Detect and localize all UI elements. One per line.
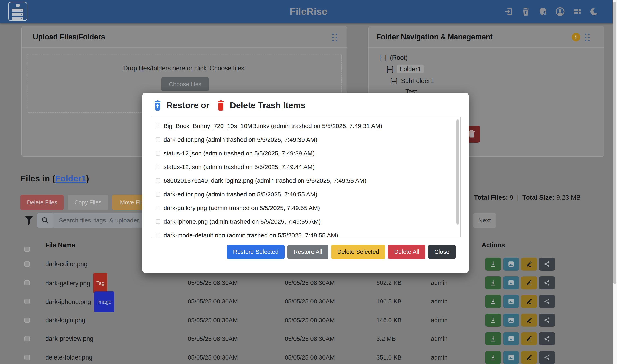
download-icon[interactable] (485, 351, 501, 364)
edit-pen-icon[interactable] (521, 295, 537, 308)
tree-item-subfolder1[interactable]: [–] SubFolder1 (390, 77, 434, 85)
file-name: dark-preview.png (45, 329, 94, 348)
trash-modal: Restore or Delete Trash Items Big_Buck_B… (142, 93, 469, 273)
copy-files-button[interactable]: Copy Files (68, 195, 108, 210)
folder1-link[interactable]: Folder1 (55, 174, 86, 183)
row-checkbox[interactable] (25, 261, 30, 267)
tree-item-folder1[interactable]: [–] Folder1 (387, 65, 424, 74)
admin-shield-icon[interactable] (537, 6, 548, 17)
trash-item: dark-editor.png (admin trashed on 5/5/20… (151, 187, 460, 201)
restore-trash-icon[interactable] (521, 6, 531, 17)
choose-files-button[interactable]: Choose files (161, 77, 209, 91)
upload-date: 05/05/25 08:30AM (285, 292, 335, 311)
download-icon[interactable] (485, 276, 501, 289)
grid-view-icon[interactable] (572, 6, 582, 17)
trash-item-checkbox[interactable] (156, 219, 160, 224)
preview-image-icon[interactable] (503, 258, 519, 271)
share-icon[interactable] (539, 314, 555, 327)
restore-trash-icon (153, 100, 162, 111)
edit-pen-icon[interactable] (521, 314, 537, 327)
trash-items-list[interactable]: Big_Buck_Bunny_720_10s_10MB.mkv (admin t… (151, 117, 461, 237)
share-icon[interactable] (539, 295, 555, 308)
search-icon[interactable] (37, 213, 54, 228)
page-scrollbar-thumb[interactable] (613, 2, 617, 284)
trash-item-checkbox[interactable] (156, 178, 160, 183)
page-scrollbar-track[interactable] (613, 0, 617, 364)
trash-item: status-12.json (admin trashed on 5/5/202… (151, 146, 460, 160)
row-checkbox[interactable] (25, 317, 30, 323)
modified-date: 05/05/25 08:30AM (188, 329, 238, 348)
share-icon[interactable] (539, 276, 555, 289)
file-size: 3.2 MB (376, 329, 396, 348)
download-icon[interactable] (485, 332, 501, 345)
trash-item-checkbox[interactable] (156, 124, 160, 128)
next-page-button[interactable]: Next (473, 213, 496, 228)
image-badge: Image (94, 291, 114, 312)
share-icon[interactable] (539, 332, 555, 345)
select-all-checkbox[interactable] (25, 247, 30, 252)
trash-item: Big_Buck_Bunny_720_10s_10MB.mkv (admin t… (151, 119, 460, 133)
uploader: admin (431, 311, 448, 329)
actions-header: Actions (482, 240, 505, 250)
info-icon[interactable]: i (572, 33, 580, 41)
trash-item-checkbox[interactable] (156, 137, 160, 142)
preview-image-icon[interactable] (503, 314, 519, 327)
files-heading: Files in (Folder1) (20, 174, 89, 183)
modified-date: 05/05/25 08:30AM (188, 348, 238, 364)
dark-mode-moon-icon[interactable] (589, 6, 600, 17)
trash-item-checkbox[interactable] (156, 165, 160, 169)
download-icon[interactable] (485, 295, 501, 308)
table-row: dark-login.png 05/05/25 08:30AM 05/05/25… (0, 311, 617, 329)
search-input[interactable]: Search files, tags, & uploader... (59, 213, 144, 228)
row-checkbox[interactable] (25, 336, 30, 341)
drag-handle-icon[interactable] (585, 33, 591, 42)
tag-badge: Tag (94, 273, 107, 294)
trash-item: dark-gallery.png (admin trashed on 5/5/2… (151, 201, 460, 215)
trash-item-checkbox[interactable] (156, 206, 160, 210)
download-icon[interactable] (485, 314, 501, 327)
file-name: delete-folder.png (45, 348, 93, 364)
drag-handle-icon[interactable] (332, 33, 338, 42)
file-name: dark-login.png (45, 311, 85, 329)
preview-image-icon[interactable] (503, 351, 519, 364)
upload-date: 05/05/25 08:30AM (285, 329, 335, 348)
delete-all-button[interactable]: Delete All (388, 245, 425, 259)
close-button[interactable]: Close (428, 245, 456, 259)
row-checkbox[interactable] (25, 355, 30, 360)
delete-selected-button[interactable]: Delete Selected (331, 245, 385, 259)
tree-item-root[interactable]: [–] (Root) (379, 53, 408, 62)
preview-image-icon[interactable] (503, 276, 519, 289)
table-row: dark-iphone.pngImage 05/05/25 08:30AM 05… (0, 292, 617, 311)
share-icon[interactable] (539, 258, 555, 271)
row-checkbox[interactable] (25, 280, 30, 286)
delete-files-button[interactable]: Delete Files (20, 195, 64, 210)
table-row: delete-folder.png 05/05/25 08:30AM 05/05… (0, 348, 617, 364)
trash-item-checkbox[interactable] (156, 192, 160, 196)
trash-item: dark-mode-default.png (admin trashed on … (151, 228, 460, 237)
trash-item-checkbox[interactable] (156, 151, 160, 156)
trash-item: status-12.json (admin trashed on 5/5/202… (151, 160, 460, 174)
restore-all-button[interactable]: Restore All (287, 245, 328, 259)
preview-image-icon[interactable] (503, 295, 519, 308)
restore-selected-button[interactable]: Restore Selected (227, 245, 284, 259)
file-size: 351.0 KB (376, 348, 402, 364)
row-checkbox[interactable] (25, 299, 30, 304)
trash-item: 6800201576a40_dark-login2.png (admin tra… (151, 174, 460, 187)
edit-pen-icon[interactable] (521, 351, 537, 364)
file-stats: Total Files: 9 | Total Size: 9.23 MB (474, 193, 581, 202)
trash-item-checkbox[interactable] (156, 233, 160, 237)
edit-pen-icon[interactable] (521, 332, 537, 345)
file-size: 196.5 KB (376, 292, 402, 311)
download-icon[interactable] (485, 258, 501, 271)
edit-pen-icon[interactable] (521, 276, 537, 289)
logout-icon[interactable] (503, 6, 514, 17)
user-icon[interactable] (555, 6, 565, 17)
filter-icon[interactable] (25, 216, 33, 226)
list-scrollbar[interactable] (456, 119, 459, 224)
modified-date: 05/05/25 08:30AM (188, 292, 238, 311)
share-icon[interactable] (539, 351, 555, 364)
edit-pen-icon[interactable] (521, 258, 537, 271)
file-name-header: File Name (45, 240, 75, 250)
preview-image-icon[interactable] (503, 332, 519, 345)
file-name: dark-editor.png (45, 255, 88, 273)
